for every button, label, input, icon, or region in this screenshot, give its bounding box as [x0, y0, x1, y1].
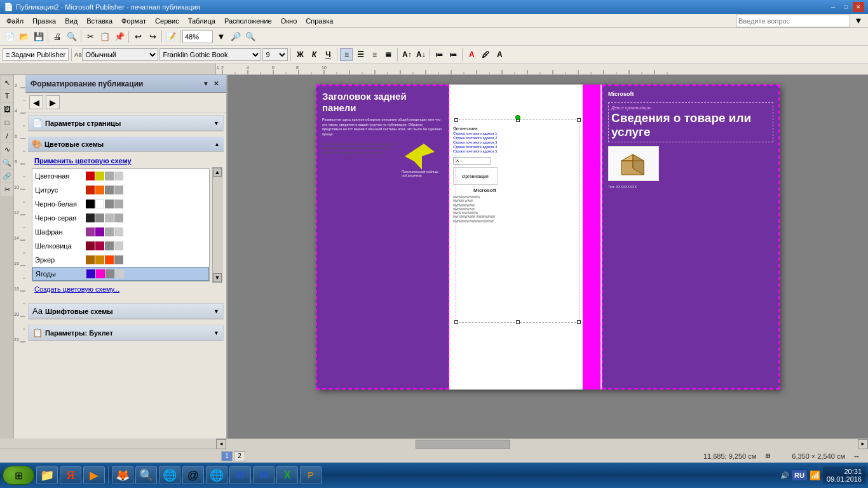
spell-button[interactable]: 📝: [164, 30, 178, 44]
text-tool[interactable]: T: [1, 90, 13, 102]
booklet-params-header[interactable]: 📋 Параметры: Буклет ▼: [29, 325, 223, 341]
rotate-handle[interactable]: [515, 115, 520, 120]
font-color-button[interactable]: A: [465, 48, 478, 61]
panel-forward-button[interactable]: ▶: [46, 95, 60, 109]
scheme-item-mulberry[interactable]: Шелковица: [32, 239, 209, 253]
taskbar-app-firefox[interactable]: 🦊: [112, 466, 133, 484]
panel-close-button[interactable]: ✕: [211, 79, 221, 89]
menu-service[interactable]: Сервис: [151, 16, 183, 26]
text-color-button[interactable]: A: [493, 48, 506, 61]
horizontal-scrollbar[interactable]: ◄ ►: [216, 438, 868, 449]
scheme-item-erker[interactable]: Эркер: [32, 253, 209, 267]
scroll-left-btn[interactable]: ◄: [216, 439, 226, 449]
zoom-dropdown[interactable]: ▼: [214, 30, 228, 44]
menu-file[interactable]: Файл: [3, 16, 27, 26]
numbered-list-button[interactable]: ≔: [447, 48, 459, 61]
curve-tool[interactable]: ∿: [1, 143, 13, 156]
scheme-item-berries[interactable]: Ягоды: [32, 267, 209, 281]
panel-back-button[interactable]: ◀: [29, 95, 43, 109]
taskbar-app-search[interactable]: 🔍: [135, 466, 157, 484]
zoom-out-button[interactable]: 🔍: [243, 30, 257, 44]
maximize-button[interactable]: □: [840, 2, 851, 12]
menu-window[interactable]: Окно: [277, 16, 301, 26]
line-tool[interactable]: /: [1, 130, 13, 142]
scheme-item-bwgray[interactable]: Черно-серая: [32, 211, 209, 225]
redo-button[interactable]: ↪: [146, 30, 159, 44]
scroll-right-btn[interactable]: ►: [858, 439, 868, 449]
create-scheme-link[interactable]: Создать цветовую схему...: [29, 283, 222, 295]
cut-button[interactable]: ✂: [83, 30, 97, 44]
scheme-item-citrus[interactable]: Цитрус: [32, 183, 209, 197]
scroll-up-btn[interactable]: ▲: [213, 168, 222, 177]
style-selector[interactable]: Обычный: [82, 48, 158, 61]
page-1-button[interactable]: 1: [221, 451, 233, 461]
print-preview-button[interactable]: 🔍: [65, 30, 79, 44]
zoom-input[interactable]: 48%: [182, 30, 213, 43]
increase-font-button[interactable]: A↑: [400, 48, 413, 61]
panel-options-button[interactable]: ▼: [201, 79, 211, 89]
align-left-button[interactable]: ≡: [340, 48, 353, 61]
apply-scheme-label[interactable]: Применить цветовую схему: [29, 154, 222, 167]
connect-tool[interactable]: 🔗: [1, 170, 13, 182]
underline-button[interactable]: Ч: [322, 48, 334, 61]
menu-help[interactable]: Справка: [302, 16, 337, 26]
page-2-button[interactable]: 2: [234, 451, 245, 461]
justify-button[interactable]: ≣: [382, 48, 395, 61]
align-right-button[interactable]: ≡: [368, 48, 381, 61]
decrease-font-button[interactable]: A↓: [414, 48, 427, 61]
italic-button[interactable]: К: [308, 48, 320, 61]
open-button[interactable]: 📂: [17, 30, 31, 44]
menu-insert[interactable]: Вставка: [83, 16, 116, 26]
save-button[interactable]: 💾: [32, 30, 46, 44]
zoom-tool[interactable]: 🔍: [1, 156, 13, 169]
select-tool[interactable]: ↖: [1, 76, 13, 89]
highlight-button[interactable]: 🖊: [479, 48, 492, 61]
menu-arrange[interactable]: Расположение: [220, 16, 276, 26]
scroll-down-btn[interactable]: ▼: [213, 273, 222, 282]
image-tool[interactable]: 🖼: [1, 103, 13, 116]
align-center-button[interactable]: ☰: [354, 48, 367, 61]
taskbar-app-explorer[interactable]: 📁: [36, 466, 58, 484]
font-size-selector[interactable]: 9: [262, 48, 288, 61]
taskbar-app-excel[interactable]: X: [276, 466, 298, 484]
help-search-input[interactable]: [736, 15, 850, 27]
taskbar-app-chrome[interactable]: 🌐: [159, 466, 180, 484]
scheme-item-saffron[interactable]: Шафран: [32, 225, 209, 239]
print-button[interactable]: 🖨: [50, 30, 64, 44]
page-params-header[interactable]: 📄 Параметры страницы ▼: [29, 116, 223, 131]
menu-format[interactable]: Формат: [118, 16, 150, 26]
color-schemes-header[interactable]: 🎨 Цветовые схемы ▲: [28, 137, 224, 152]
taskbar-app-yandex[interactable]: Я: [60, 466, 81, 484]
copy-button[interactable]: 📋: [98, 30, 112, 44]
taskbar-app-email[interactable]: @: [182, 466, 204, 484]
new-button[interactable]: 📄: [3, 30, 17, 44]
scheme-list[interactable]: Цветочная Цитрус: [32, 168, 210, 281]
taskbar-app-media[interactable]: ▶: [83, 466, 105, 484]
font-schemes-header[interactable]: Аа Шрифтовые схемы ▼: [29, 304, 223, 319]
scroll-thumb[interactable]: [416, 440, 510, 449]
scroll-track[interactable]: [226, 439, 858, 449]
scheme-item-bw[interactable]: Черно-белая: [32, 197, 209, 211]
start-button[interactable]: ⊞: [3, 466, 34, 485]
close-button[interactable]: ✕: [853, 2, 864, 12]
canvas-area[interactable]: Заголовок задней панели Разместите здесь…: [227, 75, 868, 438]
font-selector[interactable]: Franklin Gothic Book: [159, 48, 261, 61]
undo-button[interactable]: ↩: [131, 30, 145, 44]
help-search-button[interactable]: ▼: [851, 14, 865, 28]
taskbar-app-word[interactable]: W: [229, 466, 251, 484]
taskbar-app-word2[interactable]: W: [253, 466, 275, 484]
paste-button[interactable]: 📌: [112, 30, 126, 44]
scheme-item-floral[interactable]: Цветочная: [32, 169, 209, 183]
shape-tool[interactable]: □: [1, 116, 13, 129]
taskbar-app-browser2[interactable]: 🌐: [206, 466, 227, 484]
crop-tool[interactable]: ✂: [1, 183, 13, 196]
bold-button[interactable]: Ж: [294, 48, 306, 61]
minimize-button[interactable]: ─: [827, 2, 839, 12]
menu-view[interactable]: Вид: [61, 16, 81, 26]
scheme-scrollbar[interactable]: ▲ ▼: [212, 167, 222, 283]
menu-edit[interactable]: Правка: [29, 16, 60, 26]
zoom-in-button[interactable]: 🔎: [229, 30, 243, 44]
tasks-publisher-button[interactable]: ≡ Задачи Publisher: [3, 48, 69, 61]
bullet-list-button[interactable]: ≔: [433, 48, 445, 61]
menu-table[interactable]: Таблица: [184, 16, 219, 26]
